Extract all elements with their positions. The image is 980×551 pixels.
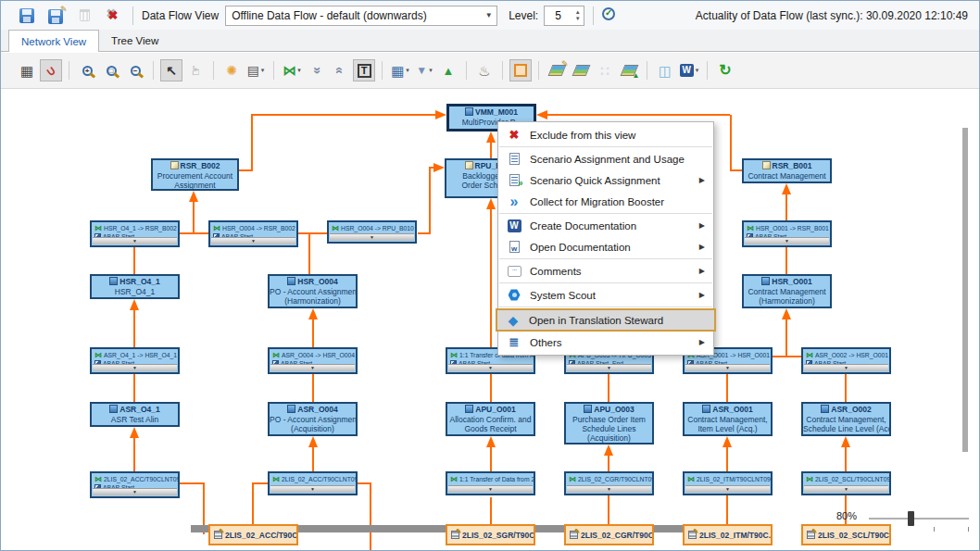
dropdown-caret-icon[interactable]: ▾ — [696, 67, 699, 74]
expand-strip[interactable]: ▼ — [93, 364, 177, 371]
node-RSR_B001[interactable]: RSR_B001Contract Management — [742, 158, 832, 183]
search-table-icon[interactable]: ▦▾ — [389, 59, 411, 81]
image-layers-icon[interactable]: ▲ — [618, 59, 640, 81]
node-RSR_B002[interactable]: RSR_B002Procurement AccountAssignment — [151, 158, 239, 191]
node-HSR_O4_1[interactable]: HSR_O4_1HSR_O4_1 — [90, 274, 180, 299]
menu-item-scenario-quick-assignment[interactable]: »Scenario Quick Assignment▶ — [498, 169, 713, 191]
magnet-snap-icon[interactable]: ∪ — [40, 59, 62, 81]
expand-strip[interactable]: ▼ — [745, 237, 829, 244]
tab-tree-view[interactable]: Tree View — [99, 30, 170, 51]
swimlane-layout-icon[interactable]: ▤▾ — [245, 59, 267, 81]
menu-item-system-scout[interactable]: System Scout▶ — [498, 284, 713, 306]
expand-all-icon[interactable]: « — [329, 59, 351, 81]
save-all-button[interactable]: ✎ — [44, 5, 67, 27]
transformation-node[interactable]: ⋈HSR_O4_1 -> RSR_B002ABAP Start▼ — [90, 220, 180, 247]
node-HSR_O004[interactable]: HSR_O004PO - Account Assignment(Harmoniz… — [268, 274, 358, 308]
transformation-node[interactable]: ⋈ASR_O004 -> HSR_O004ABAP Start▼ — [268, 347, 358, 374]
layers-icon[interactable] — [570, 59, 592, 81]
transformation-node[interactable]: ⋈2LIS_02_ACC/T90CLNT090 ->...▼ — [268, 471, 358, 495]
dropdown-caret-icon[interactable]: ▾ — [297, 67, 301, 74]
flow-arrow-icon — [841, 436, 850, 447]
transformation-filter-icon[interactable]: ⋈▾ — [281, 59, 303, 81]
dropdown-caret-icon[interactable]: ▾ — [261, 67, 265, 74]
zoom-slider-track[interactable] — [869, 518, 969, 520]
node-ASR_O001[interactable]: ASR_O001Contract Management,Item Level (… — [683, 402, 773, 436]
zoom-fit-icon[interactable]: □ — [100, 59, 122, 81]
expand-strip[interactable]: ▼ — [270, 364, 355, 371]
tab-network-view[interactable]: Network View — [8, 30, 99, 52]
expand-strip[interactable]: ▼ — [685, 485, 770, 493]
datasource-node[interactable]: 2LIS_02_SGR/T90C... — [446, 524, 535, 545]
snap-grid-icon[interactable]: ▦ — [16, 59, 38, 81]
menu-item-open-in-translation-steward[interactable]: ◆Open in Translation Steward — [496, 308, 716, 332]
magic-wand-icon[interactable]: ✺ — [220, 59, 243, 81]
expand-strip[interactable]: ▼ — [270, 485, 355, 493]
menu-item-open-documentation[interactable]: wOpen Documentation▶ — [498, 236, 713, 257]
save-button[interactable] — [16, 5, 38, 27]
edit-layers-icon[interactable]: ✎ — [546, 59, 568, 81]
transformation-node[interactable]: ⋈2LIS_02_ACC/T90CLNT090 ->...ABAP Start▼ — [90, 471, 180, 498]
transformation-icon: ⋈ — [332, 225, 339, 232]
menu-item-create-documentation[interactable]: WCreate Documentation▶ — [498, 215, 713, 236]
expand-strip[interactable]: ▼ — [448, 485, 533, 493]
expand-strip[interactable]: ▼ — [448, 364, 533, 371]
text-mode-icon[interactable]: T — [353, 59, 375, 81]
expand-strip[interactable]: ▼ — [804, 485, 888, 493]
expand-strip[interactable]: ▼ — [567, 364, 651, 371]
dropdown-caret-icon[interactable]: ▾ — [406, 67, 409, 74]
node-APU_O003[interactable]: APU_O003Purchase Order ItemSchedule Line… — [564, 402, 654, 445]
datasource-node[interactable]: 2LIS_02_CGR/T90C... — [564, 524, 654, 545]
node-HSR_O001[interactable]: HSR_O001Contract Management(Harmonizatio… — [742, 274, 832, 308]
chart-icon[interactable]: ▲ — [437, 59, 459, 81]
transformation-node[interactable]: ⋈HSR_O004 -> RPU_B010▼ — [327, 220, 417, 244]
menu-item-comments[interactable]: ···Comments▶ — [498, 260, 713, 282]
transformation-node[interactable]: ⋈ASR_O002 -> HSR_O001ABAP Start▼ — [801, 347, 891, 374]
menu-item-exclude-from-this-view[interactable]: ✖Exclude from this view — [498, 124, 713, 145]
expand-strip[interactable]: ▼ — [804, 364, 888, 371]
select-cursor-icon[interactable]: ↖ — [160, 59, 182, 81]
vertical-scrollbar-thumb[interactable] — [962, 128, 968, 452]
filter-icon[interactable]: ▼▾ — [413, 59, 435, 81]
chevron-down-icon[interactable]: ▼ — [481, 11, 496, 19]
node-APU_O001[interactable]: APU_O001Allocation Confirm. andGoods Rec… — [446, 402, 535, 436]
datasource-node[interactable]: 2LIS_02_ITM/T90C... — [683, 524, 773, 545]
flow-arrow-icon — [604, 445, 613, 456]
datasource-node[interactable]: 2LIS_02_ACC/T90C... — [208, 524, 298, 545]
transformation-node[interactable]: ⋈1:1 Transfer of Data from 2LIS...▼ — [446, 471, 535, 495]
datasource-node[interactable]: 2LIS_02_SCL/T90CL... — [801, 524, 891, 545]
refresh-icon[interactable]: ↻ — [714, 59, 736, 81]
menu-item-collect-for-migration-booster[interactable]: »Collect for Migration Booster — [498, 191, 713, 212]
word-export-icon[interactable]: W▾ — [678, 59, 700, 81]
transformation-node[interactable]: ⋈2LIS_02_CGR/T90CLNT090 ->...▼ — [564, 471, 654, 495]
expand-strip[interactable]: ▼ — [685, 364, 770, 371]
transformation-node[interactable]: ⋈ASR_O4_1 -> HSR_O4_1ABAP Start▼ — [90, 347, 180, 374]
dropdown-caret-icon[interactable]: ▾ — [429, 67, 433, 74]
pan-hand-icon[interactable]: ☞ — [184, 59, 207, 81]
zoom-in-icon[interactable]: + — [76, 59, 98, 81]
highlight-frame-icon[interactable] — [509, 59, 532, 81]
system-scout-pot-icon[interactable]: ♨ — [473, 59, 496, 81]
transformation-node[interactable]: ⋈2LIS_02_ITM/T90CLNT090 ->...▼ — [683, 471, 773, 495]
data-flow-view-select[interactable]: Offline Data Flow - default (downwards) … — [225, 6, 497, 26]
node-ASR_O004[interactable]: ASR_O004PO - Account Assignment(Acquisit… — [268, 402, 358, 436]
level-stepper[interactable]: 5 ▲▼ — [544, 6, 584, 26]
transformation-node[interactable]: ⋈HSR_O004 -> RSR_B002ABAP Start▼ — [208, 220, 298, 247]
stepper-arrows-icon[interactable]: ▲▼ — [572, 6, 584, 25]
collapse-all-icon[interactable]: « — [305, 59, 327, 81]
zoom-slider-handle[interactable] — [908, 511, 914, 526]
menu-item-scenario-assignment-and-usage[interactable]: Scenario Assignment and Usage — [498, 148, 713, 169]
expand-strip[interactable]: ▼ — [211, 237, 295, 244]
remove-from-view-button[interactable]: ✖ — [102, 5, 124, 27]
transformation-node[interactable]: ⋈2LIS_02_SCL/T90CLNT090 ->...▼ — [801, 471, 891, 495]
expand-strip[interactable]: ▼ — [567, 485, 651, 493]
expand-strip[interactable]: ▼ — [93, 488, 177, 495]
node-ASR_O002[interactable]: ASR_O002Contract Management,Schedule Lin… — [801, 402, 891, 436]
transformation-node[interactable]: ⋈HSR_O001 -> RSR_B001ABAP Start▼ — [742, 220, 832, 247]
expand-strip[interactable]: ▼ — [93, 237, 177, 244]
menu-item-others[interactable]: ≣Others▶ — [498, 332, 713, 353]
submenu-arrow-icon: ▶ — [699, 243, 705, 251]
zoom-out-icon[interactable]: − — [124, 59, 146, 81]
hierarchy-icon[interactable]: ◫ — [654, 59, 676, 81]
node-ASR_O4_1[interactable]: ASR_O4_1ASR Test Alin — [90, 402, 180, 427]
expand-strip[interactable]: ▼ — [330, 233, 414, 241]
